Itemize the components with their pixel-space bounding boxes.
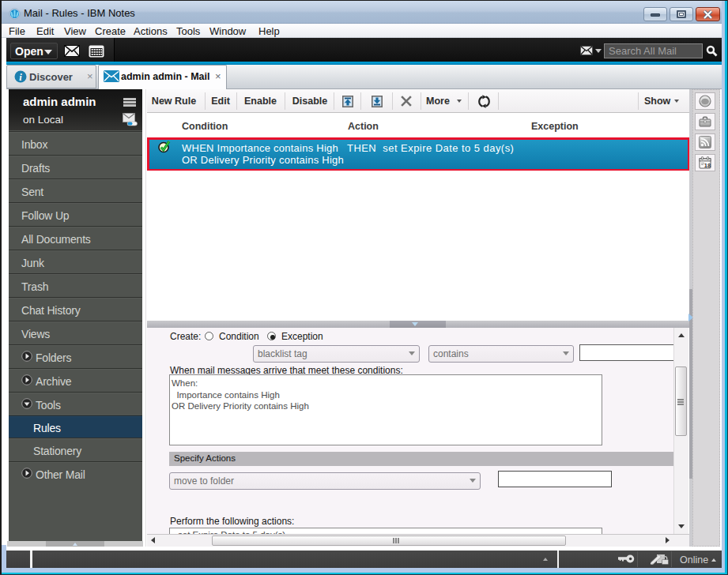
svg-text:i: i: [19, 72, 22, 83]
svg-text:18: 18: [704, 162, 711, 169]
